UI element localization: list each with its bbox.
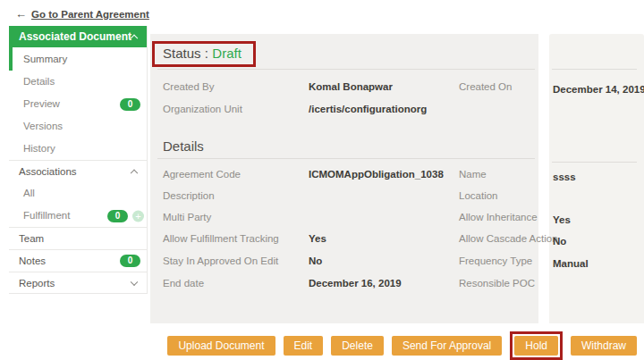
sidebar: Associated Document Summary Details Prev… <box>9 26 148 294</box>
sidebar-section-notes[interactable]: Notes 0 <box>9 249 147 272</box>
field-value: Yes <box>309 233 326 244</box>
sidebar-section-team[interactable]: Team <box>9 227 147 249</box>
edit-button[interactable]: Edit <box>284 336 324 356</box>
fulfillment-count-badge: 0 <box>107 210 128 222</box>
field-label: Frequency Type <box>459 255 532 266</box>
created-by-value: Komal Bonapwar <box>309 81 393 92</box>
field-label: Allow Inheritance <box>459 212 538 222</box>
delete-button[interactable]: Delete <box>331 336 384 356</box>
go-to-parent-agreement-link[interactable]: ← Go to Parent Agreement <box>15 7 149 21</box>
annotation-box-status: Status : Draft <box>152 41 256 67</box>
sidebar-item-label: Reports <box>19 278 55 289</box>
divider <box>552 69 637 70</box>
back-arrow-icon: ← <box>15 7 27 21</box>
withdraw-button[interactable]: Withdraw <box>571 336 637 356</box>
sidebar-item-label: Associations <box>19 166 77 177</box>
sidebar-item-summary[interactable]: Summary <box>9 47 147 71</box>
sidebar-item-preview[interactable]: Preview 0 <box>9 93 147 115</box>
field-label: Multi Party <box>163 212 211 222</box>
field-label: Allow Fulfillment Tracking <box>163 233 279 244</box>
created-on-label: Created On <box>459 81 512 92</box>
divider <box>157 69 535 70</box>
upload-document-button[interactable]: Upload Document <box>167 336 275 356</box>
screen: ← Go to Parent Agreement Associated Docu… <box>0 0 644 360</box>
sidebar-item-label: Notes <box>19 255 46 266</box>
action-buttons-bar: Upload Document Edit Delete Send For App… <box>167 331 637 360</box>
notes-count-badge: 0 <box>120 255 140 267</box>
details-section-title: Details <box>163 138 204 154</box>
sidebar-item-label: Fulfillment <box>23 210 70 221</box>
field-value: No <box>309 255 322 266</box>
sidebar-item-label: Preview <box>23 98 60 109</box>
status-value: Draft <box>212 46 242 61</box>
sidebar-item-versions[interactable]: Versions <box>9 115 147 138</box>
divider <box>157 158 535 159</box>
add-fulfillment-icon[interactable]: + <box>132 210 144 222</box>
created-by-label: Created By <box>163 81 215 92</box>
send-for-approval-button[interactable]: Send For Approval <box>392 336 502 356</box>
sidebar-header-label: Associated Document <box>19 30 131 43</box>
field-value: No <box>553 236 566 247</box>
status-label: Status : <box>163 46 208 61</box>
field-label: Resonsible POC <box>459 278 535 289</box>
field-value: ssss <box>553 172 576 182</box>
field-label: Stay In Approved On Edit <box>163 255 278 266</box>
divider <box>552 162 637 163</box>
field-value: December 16, 2019 <box>309 278 402 289</box>
field-label: Agreement Code <box>163 169 241 180</box>
sidebar-item-label: History <box>23 143 55 154</box>
sidebar-section-associations[interactable]: Associations <box>9 160 147 182</box>
sidebar-item-label: Details <box>23 76 55 87</box>
sidebar-item-label: Team <box>19 233 44 244</box>
field-value: ICMOMAppObligation_1038 <box>309 169 444 180</box>
annotation-box-hold: Hold <box>510 331 563 360</box>
organization-unit-value: /icertis/configurationorg <box>309 104 427 114</box>
sidebar-item-fulfillment[interactable]: Fulfillment 0 + <box>9 205 147 227</box>
sidebar-section-reports[interactable]: Reports <box>9 272 147 294</box>
sidebar-item-label: Summary <box>23 54 67 64</box>
field-value: Yes <box>553 214 571 225</box>
field-value: Manual <box>553 258 589 269</box>
sidebar-item-label: All <box>23 188 35 198</box>
field-label: Allow Cascade Action <box>459 233 558 244</box>
field-label: Location <box>459 190 497 201</box>
field-label: End date <box>163 278 204 289</box>
field-label: Description <box>163 190 215 201</box>
organization-unit-label: Organization Unit <box>163 104 242 114</box>
preview-count-badge: 0 <box>120 98 140 111</box>
sidebar-item-history[interactable]: History <box>9 138 147 160</box>
sidebar-item-label: Versions <box>23 121 63 131</box>
back-link-label: Go to Parent Agreement <box>31 9 149 20</box>
sidebar-header-associated-document[interactable]: Associated Document <box>9 26 147 47</box>
chevron-up-icon <box>131 170 138 177</box>
sidebar-item-details[interactable]: Details <box>9 71 147 93</box>
created-on-value: December 14, 2019 <box>553 84 644 95</box>
chevron-down-icon <box>131 278 138 285</box>
hold-button[interactable]: Hold <box>514 336 558 356</box>
sidebar-item-all[interactable]: All <box>9 182 147 205</box>
field-label: Name <box>459 169 487 180</box>
